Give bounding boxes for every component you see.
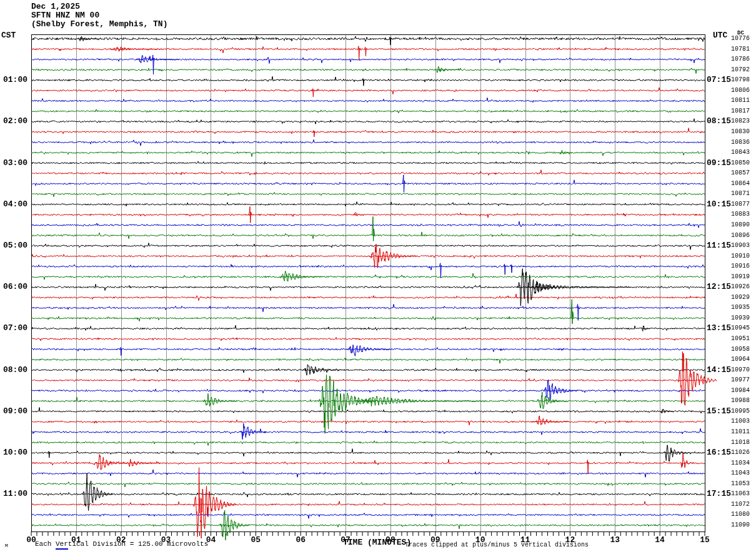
dc-value: 11034 [731,460,756,466]
dc-value: 10823 [731,118,756,124]
utc-hour-label: 09:15 [707,158,734,168]
dc-value: 10857 [731,169,756,176]
plot-date: Dec 1,2025 [31,2,80,11]
dc-value: 11026 [731,449,756,456]
dc-value: 10864 [731,180,756,187]
dc-value: 10926 [731,283,756,290]
dc-value: 10896 [731,232,756,239]
dc-value: 10916 [731,263,756,269]
scale-marker-glyph: M [5,543,8,548]
dc-value: 11043 [731,470,756,476]
dc-value: 10977 [731,376,756,383]
x-axis-label: 06 [292,535,309,545]
dc-value: 10910 [731,253,756,259]
dc-value: 11063 [731,490,756,497]
dc-value: 10945 [731,325,756,331]
dc-value: 10850 [731,159,756,166]
dc-value: 11003 [731,418,756,425]
heliplot-page: Dec 1,2025 SFTN HNZ NM 00 (Shelby Forest… [0,0,756,554]
footnote-underline [56,548,68,550]
dc-value: 10929 [731,294,756,301]
cst-hour-label: 03:00 [0,158,27,168]
utc-hour-label: 07:15 [707,75,734,84]
scale-footnote: Each Vertical Division = 125.00 microvol… [35,540,208,548]
cst-hour-label: 10:00 [0,448,27,457]
utc-hour-label: 13:15 [707,323,734,333]
dc-value: 10903 [731,242,756,249]
right-timezone-label: UTC [713,31,727,40]
cst-hour-label: 05:00 [0,241,27,250]
cst-hour-label: 08:00 [0,365,27,375]
dc-value: 10958 [731,346,756,353]
utc-hour-label: 14:15 [707,365,734,375]
dc-value: 10817 [731,108,756,114]
utc-hour-label: 17:15 [707,489,734,498]
utc-hour-label: 08:15 [707,116,734,126]
dc-value: 10939 [731,315,756,321]
dc-value: 11053 [731,480,756,487]
x-axis-title: TIME (MINUTES) [343,538,411,547]
cst-hour-label: 02:00 [0,116,27,126]
dc-value: 10806 [731,87,756,94]
x-axis-label: 05 [247,535,264,545]
utc-hour-label: 10:15 [707,199,734,209]
dc-value: 10883 [731,211,756,218]
x-axis-label: 14 [652,535,668,545]
dc-value: 10995 [731,408,756,415]
dc-value: 10781 [731,46,756,53]
clip-footnote: Traces clipped at plus/minus 5 vertical … [405,541,589,548]
dc-value: 10951 [731,335,756,342]
cst-hour-label: 04:00 [0,199,27,209]
utc-hour-label: 16:15 [707,448,734,457]
dc-value: 10970 [731,366,756,373]
dc-value: 10988 [731,397,756,404]
dc-value: 11011 [731,428,756,435]
plot-location: (Shelby Forest, Memphis, TN) [31,19,167,29]
cst-hour-label: 09:00 [0,406,27,416]
utc-hour-label: 11:15 [707,241,734,250]
dc-value: 10776 [731,35,756,42]
dc-value: 10836 [731,139,756,146]
plot-station: SFTN HNZ NM 00 [31,11,99,20]
utc-hour-label: 15:15 [707,406,734,416]
dc-value: 10935 [731,304,756,311]
utc-hour-label: 12:15 [707,282,734,291]
dc-value: 10830 [731,128,756,135]
dc-value: 10984 [731,387,756,394]
seismogram-canvas [0,0,756,554]
cst-hour-label: 07:00 [0,323,27,333]
cst-hour-label: 06:00 [0,282,27,291]
dc-value: 10964 [731,356,756,363]
dc-value: 10843 [731,149,756,156]
dc-value: 11080 [731,511,756,518]
dc-value: 10890 [731,221,756,228]
cst-hour-label: 11:00 [0,489,27,498]
dc-value: 10919 [731,273,756,280]
dc-value: 10798 [731,76,756,83]
dc-value: 10786 [731,56,756,63]
x-axis-label: 15 [697,535,713,545]
left-timezone-label: CST [1,31,16,40]
dc-value: 10877 [731,201,756,208]
dc-value: 11090 [731,521,756,528]
dc-value: 10792 [731,66,756,73]
cst-hour-label: 01:00 [0,75,27,84]
dc-value: 11072 [731,501,756,508]
dc-value: 10811 [731,97,756,104]
dc-value: 10871 [731,190,756,197]
dc-value: 11018 [731,439,756,446]
x-axis-label: 13 [607,535,623,545]
